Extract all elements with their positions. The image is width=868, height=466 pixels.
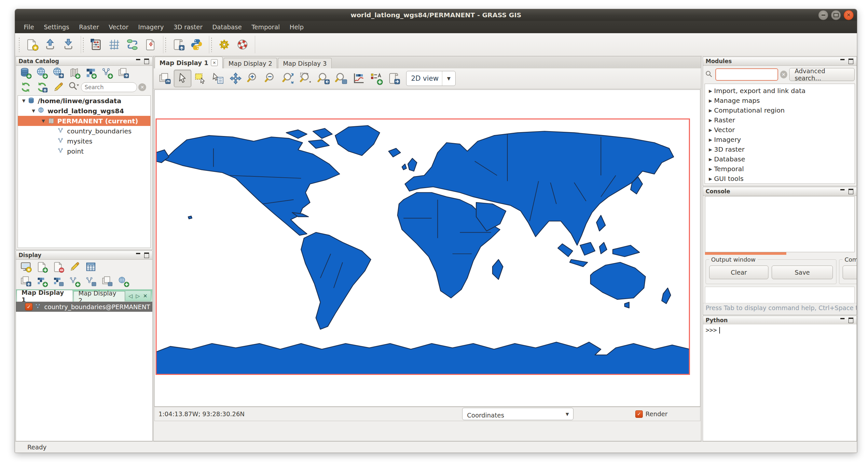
drag-handle[interactable] <box>165 37 167 52</box>
database-add-button[interactable] <box>18 66 33 80</box>
collapsed-arrow-icon[interactable]: ▶ <box>707 89 714 93</box>
layer-remove-button[interactable] <box>51 260 66 274</box>
drag-handle[interactable] <box>211 37 213 52</box>
collapsed-arrow-icon[interactable]: ▶ <box>707 137 714 142</box>
minimize-icon[interactable] <box>818 10 828 20</box>
display-settings-button[interactable] <box>18 260 33 274</box>
menu-3d-raster[interactable]: 3D raster <box>169 22 207 32</box>
display-tab-map-display-1[interactable]: Map Display 1 <box>17 290 73 302</box>
drag-handle[interactable] <box>82 37 84 52</box>
zoom-back-button[interactable] <box>315 70 332 87</box>
panel-minimize-button[interactable] <box>839 189 845 194</box>
help-buoy-button[interactable] <box>234 35 252 54</box>
workspace-open-button[interactable] <box>41 35 59 54</box>
vector-layer-add-button[interactable] <box>67 274 82 288</box>
menu-raster[interactable]: Raster <box>75 22 103 32</box>
module-item-imagery[interactable]: ▶Imagery <box>705 135 855 145</box>
close-icon[interactable]: ✕ <box>844 10 854 20</box>
console-output[interactable] <box>705 196 855 252</box>
panel-float-button[interactable] <box>847 189 854 194</box>
clear-search-icon[interactable]: ✕ <box>138 83 146 91</box>
raster-add-button[interactable] <box>83 66 99 80</box>
modules-search-input[interactable] <box>715 68 778 81</box>
workspace-new-button[interactable] <box>23 35 41 54</box>
menu-temporal[interactable]: Temporal <box>247 22 284 32</box>
vector-overlay-add-button[interactable] <box>83 274 99 288</box>
reload-tree-button[interactable] <box>18 81 33 94</box>
map-display-new-button[interactable] <box>142 35 160 54</box>
close-tab-icon[interactable]: ✕ <box>211 59 218 66</box>
module-item-3d-raster[interactable]: ▶3D raster <box>705 145 855 154</box>
tree-item--home-linwe-grassdata[interactable]: ▼ /home/linwe/grassdata <box>18 96 150 106</box>
module-item-database[interactable]: ▶Database <box>705 154 855 164</box>
search-dropdown-icon[interactable] <box>68 81 80 93</box>
panel-minimize-button[interactable] <box>135 59 141 64</box>
zoom-region-button[interactable] <box>298 70 314 87</box>
menu-file[interactable]: File <box>20 22 38 32</box>
maximize-icon[interactable] <box>831 10 841 20</box>
menu-help[interactable]: Help <box>285 22 308 32</box>
panel-float-button[interactable] <box>143 252 150 258</box>
pan-button[interactable] <box>227 70 244 87</box>
map-export-button[interactable] <box>385 70 402 87</box>
menu-database[interactable]: Database <box>208 22 246 32</box>
zoom-out-button[interactable] <box>262 70 279 87</box>
title-bar[interactable]: world_latlong_wgs84/PERMANENT - GRASS GI… <box>15 9 857 21</box>
tab-next-icon[interactable]: ▷ <box>136 293 140 299</box>
tree-item-PERMANENT[interactable]: ▼ PERMANENT (current) <box>18 116 150 126</box>
save-button[interactable]: Save <box>772 266 833 279</box>
raster-calculator-button[interactable] <box>87 35 105 54</box>
tab-prev-icon[interactable]: ◁ <box>129 293 132 299</box>
collapsed-arrow-icon[interactable]: ▶ <box>707 176 714 181</box>
panel-float-button[interactable] <box>847 318 854 323</box>
collapsed-arrow-icon[interactable]: ▶ <box>707 147 714 152</box>
edit-pencil-button[interactable] <box>51 81 66 94</box>
layer-download-button[interactable] <box>116 66 131 80</box>
command-clear-button[interactable] <box>843 266 857 279</box>
collapsed-arrow-icon[interactable]: ▶ <box>707 118 714 123</box>
tree-item-point[interactable]: point <box>18 146 150 156</box>
layer-add-button[interactable] <box>34 260 50 274</box>
drag-handle[interactable] <box>18 37 20 52</box>
layer-table-button[interactable] <box>83 260 99 274</box>
render-checkbox[interactable]: ✓ <box>635 410 643 418</box>
python-editor-button[interactable] <box>187 35 206 54</box>
raster-layer-add-button[interactable] <box>34 274 50 288</box>
collapsed-arrow-icon[interactable]: ▶ <box>707 166 714 172</box>
legend-add-button[interactable] <box>368 70 385 87</box>
reload-mapset-button[interactable] <box>34 81 50 94</box>
display-tab-map-display-2[interactable]: Map Display 2 <box>73 291 125 302</box>
expanded-arrow-icon[interactable]: ▼ <box>30 108 37 113</box>
workspace-save-button[interactable] <box>59 35 78 54</box>
view-mode-select[interactable]: 2D view ▼ <box>406 71 456 86</box>
module-item-temporal[interactable]: ▶Temporal <box>705 164 855 174</box>
vector-add-button[interactable] <box>99 66 115 80</box>
zoom-extent-button[interactable] <box>280 70 297 87</box>
expanded-arrow-icon[interactable]: ▼ <box>21 98 27 103</box>
command-prompt-area[interactable] <box>705 287 855 304</box>
edit-pencil-button[interactable] <box>67 260 82 274</box>
graphical-modeler-button[interactable] <box>123 35 142 54</box>
tree-item-country_boundaries[interactable]: country_boundaries <box>18 126 150 136</box>
advanced-search-button[interactable]: Advanced search... <box>789 68 855 81</box>
module-item-manage-maps[interactable]: ▶Manage maps <box>705 96 855 105</box>
layer-import-button[interactable] <box>18 274 33 288</box>
settings-gear-button[interactable] <box>215 35 234 54</box>
mapset-add-button[interactable] <box>67 66 82 80</box>
panel-minimize-button[interactable] <box>135 252 141 258</box>
module-item-raster[interactable]: ▶Raster <box>705 115 855 125</box>
module-item-import-export-and-link-data[interactable]: ▶Import, export and link data <box>705 86 855 96</box>
tab-close-icon[interactable]: ✕ <box>143 293 148 299</box>
map-tab-map-display-2[interactable]: Map Display 2 <box>224 58 277 68</box>
script-load-button[interactable] <box>169 35 187 54</box>
python-shell[interactable]: >>> <box>703 324 857 441</box>
zoom-to-button[interactable] <box>333 70 349 87</box>
analyze-button[interactable] <box>350 70 367 87</box>
layer-list-empty-area[interactable] <box>16 312 152 441</box>
raster-overlay-add-button[interactable] <box>51 274 66 288</box>
map-canvas[interactable] <box>154 90 701 407</box>
panel-float-button[interactable] <box>847 59 854 64</box>
clear-button[interactable]: Clear <box>709 266 768 279</box>
georectifier-button[interactable] <box>105 35 123 54</box>
menu-vector[interactable]: Vector <box>104 22 133 32</box>
